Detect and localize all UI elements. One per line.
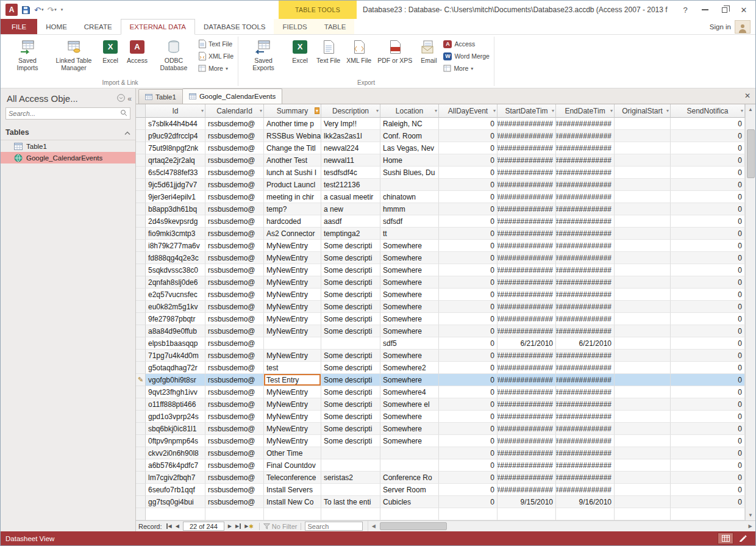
cell[interactable]: Some descripti	[321, 276, 380, 289]
cell[interactable]: gpd1o3vprp24s	[146, 411, 205, 423]
cell[interactable]: 0	[439, 398, 497, 411]
cell[interactable]: rssbusdemo@	[205, 423, 264, 435]
cell[interactable]: 0	[439, 374, 497, 386]
cell[interactable]: lm7cgiv2fbqh7	[146, 472, 205, 484]
cell[interactable]: 0	[671, 264, 745, 276]
cell[interactable]: 0	[671, 484, 745, 496]
row-selector[interactable]	[136, 203, 146, 215]
cell[interactable]: Sushi Blues, Du	[380, 167, 439, 179]
cell[interactable]: ##############	[556, 484, 615, 496]
cell[interactable]: ##############	[497, 240, 556, 252]
cell[interactable]	[615, 435, 671, 447]
cell[interactable]: ##############	[556, 240, 615, 252]
cell[interactable]: Some descripti	[321, 411, 380, 423]
cell[interactable]: MyNewEntry	[264, 276, 321, 289]
cell[interactable]: 0	[439, 386, 497, 398]
new-record-button[interactable]: ▶✱	[243, 523, 255, 530]
email-button[interactable]: Email	[415, 36, 442, 79]
cell[interactable]: 6/21/2010	[556, 337, 615, 350]
row-selector[interactable]	[136, 154, 146, 167]
cell[interactable]: 0	[439, 264, 497, 276]
cell[interactable]: temp?	[264, 203, 321, 215]
cell[interactable]: 6s5cl4788fef33	[146, 167, 205, 179]
sign-in-area[interactable]: Sign in	[710, 19, 751, 35]
cell[interactable]: MyNewEntry	[264, 289, 321, 301]
tab-database-tools[interactable]: DATABASE TOOLS	[195, 19, 274, 34]
row-selector[interactable]	[136, 435, 146, 447]
cell[interactable]: rssbusdemo@	[205, 289, 264, 301]
cell[interactable]: 0	[671, 142, 745, 154]
cell[interactable]	[615, 142, 671, 154]
cell[interactable]	[615, 398, 671, 411]
cell[interactable]: ##############	[497, 301, 556, 313]
cell[interactable]: Some descripti	[321, 386, 380, 398]
cell[interactable]: Server Room	[380, 484, 439, 496]
cell[interactable]: ##############	[556, 423, 615, 435]
cell[interactable]: 0	[671, 154, 745, 167]
cell[interactable]: 9/16/2010	[556, 496, 615, 508]
cell[interactable]	[615, 264, 671, 276]
cell[interactable]: Some descripti	[321, 423, 380, 435]
next-record-button[interactable]: ▶	[226, 523, 234, 529]
cell[interactable]: p9uc92dfrcclp4	[146, 130, 205, 142]
cell[interactable]: 0ftpv9npmp64s	[146, 435, 205, 447]
cell[interactable]: 0	[439, 337, 497, 350]
cell[interactable]: ##############	[497, 289, 556, 301]
cell[interactable]: 0	[439, 350, 497, 362]
cell[interactable]	[615, 362, 671, 374]
export-text-file-button[interactable]: Text File	[313, 36, 343, 79]
cell[interactable]: 0	[439, 496, 497, 508]
cell[interactable]: rssbusdemo@	[205, 435, 264, 447]
cell[interactable]	[615, 118, 671, 130]
cell[interactable]	[380, 459, 439, 472]
cell[interactable]: Somewhere	[380, 325, 439, 337]
column-dropdown-icon[interactable]: ▾	[315, 107, 319, 114]
cell[interactable]	[615, 472, 671, 484]
cell[interactable]: Somewhere	[380, 252, 439, 264]
cell[interactable]: 0	[671, 374, 745, 386]
cell[interactable]	[671, 508, 745, 520]
cell[interactable]: 0	[671, 167, 745, 179]
sidebar-item-google-calendarevents[interactable]: Google_CalendarEvents	[1, 152, 135, 163]
cell[interactable]: ##############	[556, 289, 615, 301]
cell[interactable]: ##############	[556, 252, 615, 264]
cell[interactable]: Some descripti	[321, 325, 380, 337]
cell[interactable]: e2q57vucnsfec	[146, 289, 205, 301]
cell[interactable]: 0	[671, 496, 745, 508]
cell[interactable]: ##############	[497, 215, 556, 228]
cell[interactable]	[615, 411, 671, 423]
minimize-button[interactable]	[696, 2, 714, 17]
cell[interactable]: rssbusdemo@	[205, 301, 264, 313]
column-dropdown-icon[interactable]: ▾	[260, 108, 262, 113]
cell[interactable]: 0	[439, 325, 497, 337]
cell[interactable]	[615, 191, 671, 203]
cell[interactable]: Somewhere	[380, 313, 439, 325]
cell[interactable]	[615, 203, 671, 215]
cell[interactable]: chinatown	[380, 191, 439, 203]
cell[interactable]: MyNewEntry	[264, 325, 321, 337]
cell[interactable]: ##############	[497, 435, 556, 447]
cell[interactable]: MyNewEntry	[264, 313, 321, 325]
cell[interactable]	[264, 508, 321, 520]
cell[interactable]: rssbusdemo@	[205, 350, 264, 362]
cell[interactable]: ##############	[497, 447, 556, 459]
cell[interactable]: 0	[671, 191, 745, 203]
cell[interactable]: meeting in chir	[264, 191, 321, 203]
first-record-button[interactable]: ◀	[165, 523, 174, 529]
cell[interactable]: sbq6bkj0ic81l1	[146, 423, 205, 435]
cell[interactable]: a6b576k4pdfc7	[146, 459, 205, 472]
cell[interactable]: Somewhere	[380, 411, 439, 423]
cell[interactable]	[615, 374, 671, 386]
tables-group-header[interactable]: Tables	[1, 124, 135, 140]
cell[interactable]: 0	[439, 118, 497, 130]
cell[interactable]	[615, 289, 671, 301]
cell[interactable]: a new	[321, 203, 380, 215]
cell[interactable]: 0	[439, 228, 497, 240]
cell[interactable]: MyNewEntry	[264, 264, 321, 276]
cell[interactable]	[146, 508, 205, 520]
column-header-sendnotifications[interactable]: SendNotifica▾	[671, 104, 745, 118]
column-header-location[interactable]: Location▾	[380, 104, 439, 118]
scroll-right-icon[interactable]: ▶	[745, 521, 755, 531]
cell[interactable]: Very Imp!!	[321, 118, 380, 130]
cell[interactable]: 0	[439, 179, 497, 191]
